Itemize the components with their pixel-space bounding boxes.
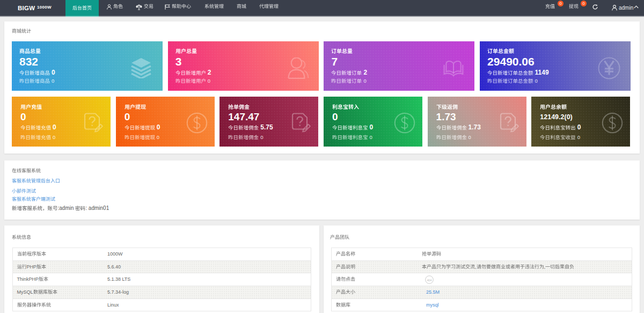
svg-text:404: 404 [427,279,432,282]
